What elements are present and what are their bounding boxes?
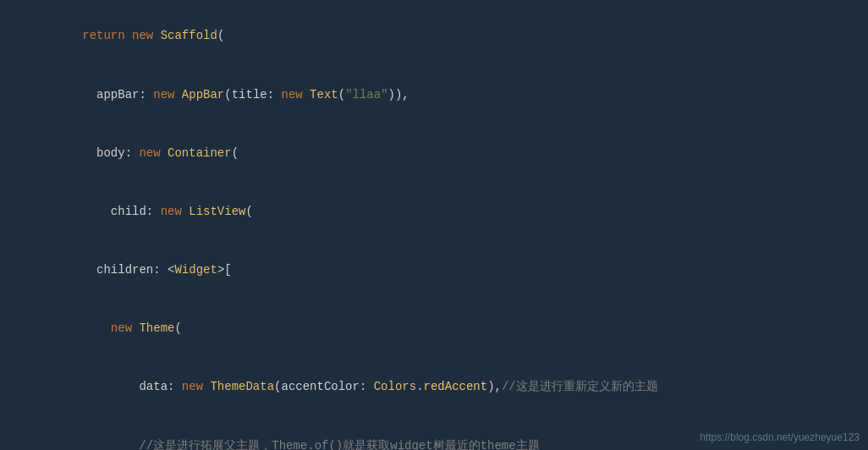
line-content: new Theme( [25, 300, 868, 357]
line-content: data: new ThemeData(accentColor: Colors.… [25, 359, 868, 415]
code-line-3: body: new Container( [0, 123, 868, 182]
code-line-2: appBar: new AppBar(title: new Text("llaa… [0, 65, 868, 123]
code-editor: return new Scaffold( appBar: new AppBar(… [0, 0, 868, 450]
code-line-7: data: new ThemeData(accentColor: Colors.… [0, 358, 868, 416]
code-line-1: return new Scaffold( [0, 7, 868, 65]
line-content: return new Scaffold( [25, 8, 868, 64]
line-content: body: new Container( [25, 124, 868, 181]
code-line-6: new Theme( [0, 299, 868, 358]
line-content: child: new ListView( [25, 184, 868, 240]
code-line-5: children: <Widget>[ [0, 241, 868, 299]
line-content: children: <Widget>[ [25, 242, 868, 299]
line-content: appBar: new AppBar(title: new Text("llaa… [25, 66, 868, 123]
watermark: https://blog.csdn.net/yuezheyue123 [700, 431, 860, 443]
code-line-4: child: new ListView( [0, 183, 868, 241]
